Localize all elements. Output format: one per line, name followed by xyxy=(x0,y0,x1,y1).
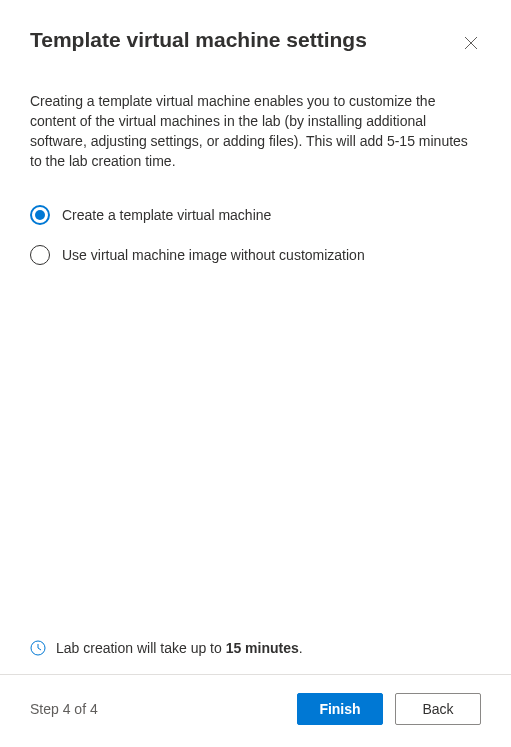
dialog-footer: Step 4 of 4 Finish Back xyxy=(0,674,511,747)
dialog-header: Template virtual machine settings xyxy=(30,28,481,53)
radio-no-customization[interactable]: Use virtual machine image without custom… xyxy=(30,245,481,265)
radio-create-template[interactable]: Create a template virtual machine xyxy=(30,205,481,225)
info-row: Lab creation will take up to 15 minutes. xyxy=(30,640,481,674)
step-indicator: Step 4 of 4 xyxy=(30,701,98,717)
finish-button[interactable]: Finish xyxy=(297,693,383,725)
close-button[interactable] xyxy=(461,33,481,53)
close-icon xyxy=(464,36,478,50)
info-text: Lab creation will take up to 15 minutes. xyxy=(56,640,303,656)
radio-label: Use virtual machine image without custom… xyxy=(62,247,365,263)
radio-indicator xyxy=(30,245,50,265)
radio-dot-icon xyxy=(35,210,45,220)
clock-icon xyxy=(30,640,46,656)
radio-indicator xyxy=(30,205,50,225)
dialog-description: Creating a template virtual machine enab… xyxy=(30,91,481,171)
template-vm-settings-dialog: Template virtual machine settings Creati… xyxy=(0,0,511,747)
info-prefix: Lab creation will take up to xyxy=(56,640,226,656)
template-option-group: Create a template virtual machine Use vi… xyxy=(30,205,481,265)
radio-label: Create a template virtual machine xyxy=(62,207,271,223)
spacer xyxy=(30,265,481,640)
dialog-title: Template virtual machine settings xyxy=(30,28,367,52)
footer-buttons: Finish Back xyxy=(297,693,481,725)
info-duration: 15 minutes xyxy=(226,640,299,656)
info-suffix: . xyxy=(299,640,303,656)
back-button[interactable]: Back xyxy=(395,693,481,725)
